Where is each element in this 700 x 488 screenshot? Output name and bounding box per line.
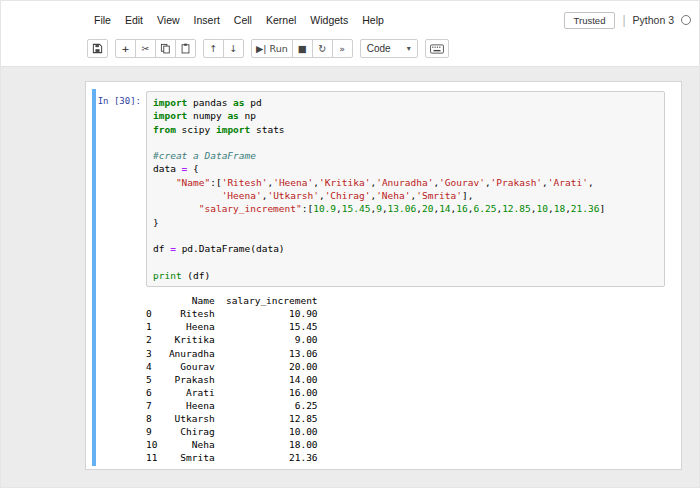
menu-view[interactable]: View: [150, 11, 187, 29]
move-cell-up-button[interactable]: ↑: [203, 39, 224, 58]
cell-input-row: In [30]: import pandas as pdimport numpy…: [96, 91, 673, 287]
plus-icon: +: [122, 43, 130, 54]
run-button[interactable]: ▶| Run: [251, 39, 293, 58]
output-text: Name salary_increment 0 Ritesh 10.90 1 H…: [146, 292, 318, 464]
restart-icon: ↻: [318, 43, 326, 54]
save-icon: [92, 43, 103, 54]
move-cell-down-button[interactable]: ↓: [223, 39, 244, 58]
kernel-status-icon: [681, 15, 691, 25]
code-cell[interactable]: In [30]: import pandas as pdimport numpy…: [92, 89, 675, 466]
keyboard-icon: [430, 44, 444, 54]
menu-cell[interactable]: Cell: [227, 11, 259, 29]
menubar: File Edit View Insert Cell Kernel Widget…: [87, 11, 391, 29]
notebook-container: In [30]: import pandas as pdimport numpy…: [85, 81, 682, 470]
stop-icon: ■: [298, 43, 307, 54]
cell-output-row: Name salary_increment 0 Ritesh 10.90 1 H…: [96, 292, 673, 464]
save-button[interactable]: [87, 39, 108, 58]
output-prompt: [96, 292, 146, 296]
palette-group: [425, 39, 449, 58]
menu-file[interactable]: File: [87, 11, 118, 29]
chevron-down-icon: ▾: [407, 44, 411, 53]
interrupt-kernel-button[interactable]: ■: [292, 39, 313, 58]
paste-cell-button[interactable]: [175, 39, 196, 58]
restart-run-all-button[interactable]: »: [332, 39, 353, 58]
restart-kernel-button[interactable]: ↻: [312, 39, 333, 58]
page-background: In [30]: import pandas as pdimport numpy…: [1, 67, 699, 487]
kernel-name: Python 3: [633, 14, 674, 26]
code-editor[interactable]: import pandas as pdimport numpy as npfro…: [146, 91, 665, 287]
arrow-up-icon: ↑: [210, 43, 218, 54]
edit-group: + ✂: [115, 39, 196, 58]
scissors-icon: ✂: [142, 43, 150, 54]
cut-cell-button[interactable]: ✂: [135, 39, 156, 58]
menu-widgets[interactable]: Widgets: [303, 11, 355, 29]
menu-insert[interactable]: Insert: [187, 11, 227, 29]
menu-kernel[interactable]: Kernel: [259, 11, 303, 29]
menu-help[interactable]: Help: [355, 11, 391, 29]
menu-edit[interactable]: Edit: [118, 11, 150, 29]
input-prompt: In [30]:: [96, 91, 146, 107]
save-group: [87, 39, 108, 58]
trusted-button[interactable]: Trusted: [564, 12, 616, 29]
copy-cell-button[interactable]: [155, 39, 176, 58]
run-icon: ▶|: [256, 43, 267, 54]
arrow-down-icon: ↓: [230, 43, 238, 54]
topbar-right: Trusted | Python 3: [564, 12, 693, 29]
cell-type-value: Code: [367, 43, 391, 54]
command-palette-button[interactable]: [425, 39, 449, 58]
run-group: ▶| Run ■ ↻ »: [251, 39, 353, 58]
paste-icon: [180, 43, 191, 54]
topbar-divider: |: [622, 13, 625, 27]
move-group: ↑ ↓: [203, 39, 244, 58]
insert-cell-button[interactable]: +: [115, 39, 136, 58]
copy-icon: [160, 43, 171, 54]
cell-type-dropdown[interactable]: Code ▾: [360, 39, 418, 58]
code-content: import pandas as pdimport numpy as npfro…: [153, 96, 658, 282]
toolbar: + ✂ ↑ ↓: [1, 33, 699, 67]
topbar: File Edit View Insert Cell Kernel Widget…: [1, 1, 699, 33]
run-label: Run: [270, 43, 288, 54]
fast-forward-icon: »: [339, 43, 345, 54]
